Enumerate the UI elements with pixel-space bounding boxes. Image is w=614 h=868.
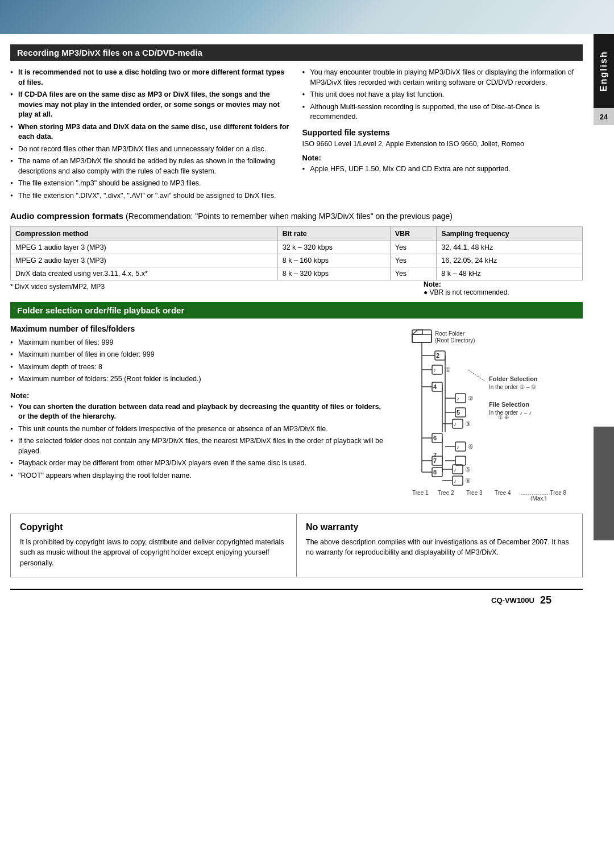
svg-text:Tree 4: Tree 4 — [495, 490, 511, 496]
note-item: Apple HFS, UDF 1.50, Mix CD and CD Extra… — [302, 163, 583, 176]
left-bullets: It is recommended not to use a disc hold… — [10, 67, 291, 202]
note-item: Playback order may be different from oth… — [10, 457, 389, 470]
brand-label: CQ-VW100U — [491, 596, 534, 605]
table-row: MPEG 2 audio layer 3 (MP3) 8 k – 160 kbp… — [11, 254, 583, 267]
svg-text:6: 6 — [433, 435, 437, 441]
list-item: Maximum number of folders: 255 (Root fol… — [10, 373, 389, 386]
note-item: This unit counts the number of folders i… — [10, 423, 389, 436]
bullet-item: The file extension ".DIVX", ".divx", ".A… — [10, 190, 291, 202]
note-item: You can shorten the duration between dat… — [10, 401, 389, 423]
list-item: Maximum number of files: 999 — [10, 337, 389, 349]
audio-compression-title: Audio compression formats (Recommendatio… — [10, 210, 583, 223]
language-tab: English — [594, 34, 614, 108]
fs-note: Note: Apple HFS, UDF 1.50, Mix CD and CD… — [302, 154, 583, 176]
copyright-section: Copyright It is prohibited by copyright … — [11, 514, 297, 577]
compression-table: Compression method Bit rate VBR Sampling… — [10, 226, 583, 280]
svg-text:♪: ♪ — [433, 367, 436, 373]
bullet-item: The file extension ".mp3" should be assi… — [10, 177, 291, 190]
svg-text:In the order  ①  –  ⑧: In the order ① – ⑧ — [489, 384, 536, 390]
recording-header: Recording MP3/DivX files on a CD/DVD-med… — [10, 44, 583, 61]
svg-text:①: ① — [445, 366, 451, 373]
svg-text:7: 7 — [433, 457, 437, 464]
footer-page-number: 25 — [540, 594, 551, 606]
svg-text:♪: ♪ — [457, 444, 459, 450]
tree-diagram-svg: Root Folder (Root Directory) 2 ♪ ① — [401, 324, 577, 501]
table-footnotes: * DivX video system/MP2, MP3 Note: ● VBR… — [10, 280, 583, 296]
col-header-sampling: Sampling frequency — [437, 226, 583, 241]
svg-text:(Max.): (Max.) — [530, 495, 546, 501]
no-warranty-section: No warranty The above description compli… — [297, 514, 582, 577]
svg-text:♪: ♪ — [454, 466, 457, 473]
svg-rect-38 — [455, 456, 466, 465]
table-row: MPEG 1 audio layer 3 (MP3) 32 k – 320 kb… — [11, 241, 583, 254]
max-files: Maximum number of files/folders Maximum … — [10, 324, 389, 386]
supported-fs: Supported file systems ISO 9660 Level 1/… — [302, 128, 583, 150]
svg-line-56 — [468, 370, 485, 381]
svg-text:③: ③ — [465, 420, 471, 427]
table-footnote-left: * DivX video system/MP2, MP3 — [10, 283, 105, 291]
svg-text:4: 4 — [433, 383, 437, 390]
recording-bullets: It is recommended not to use a disc hold… — [10, 67, 583, 202]
footer: CQ-VW100U 25 — [10, 589, 583, 611]
col-header-vbr: VBR — [390, 226, 437, 241]
page-number-box: 24 — [594, 108, 614, 125]
folder-content: Maximum number of files/folders Maximum … — [10, 324, 583, 502]
svg-text:♪: ♪ — [457, 395, 459, 402]
bullet-item: If CD-DA files are on the same disc as M… — [10, 89, 291, 121]
tree-diagram: Root Folder (Root Directory) 2 ♪ ① — [401, 324, 583, 502]
svg-text:④: ④ — [468, 443, 474, 450]
bullet-item: The name of an MP3/DivX file should be a… — [10, 155, 291, 177]
note-item: If the selected folder does not contain … — [10, 435, 389, 457]
folder-note: Note: You can shorten the duration betwe… — [10, 391, 389, 482]
svg-text:Root Folder: Root Folder — [435, 330, 465, 337]
list-item: Maximum number of files in one folder: 9… — [10, 349, 389, 361]
bullet-item: Although Multi-session recording is supp… — [302, 101, 583, 123]
svg-text:File Selection: File Selection — [489, 401, 529, 408]
svg-marker-2 — [412, 330, 422, 334]
bullet-item: When storing MP3 data and DivX data on t… — [10, 121, 291, 143]
bullet-item: It is recommended not to use a disc hold… — [10, 67, 291, 89]
folder-section-header: Folder selection order/file playback ord… — [10, 302, 583, 319]
svg-text:5: 5 — [457, 409, 460, 416]
right-sidebar-dark — [594, 427, 614, 540]
svg-text:8: 8 — [433, 469, 437, 476]
audio-compression-section: Audio compression formats (Recommendatio… — [10, 210, 583, 296]
col-header-compression: Compression method — [11, 226, 278, 241]
svg-text:Folder Selection: Folder Selection — [489, 375, 538, 382]
svg-text:②: ② — [468, 395, 474, 402]
svg-text:⑥: ⑥ — [465, 477, 471, 484]
svg-text:Tree 1: Tree 1 — [412, 490, 429, 496]
bottom-section: Copyright It is prohibited by copyright … — [10, 514, 583, 577]
folder-left-col: Maximum number of files/folders Maximum … — [10, 324, 389, 502]
svg-text:In the order  ♪  –  ♪: In the order ♪ – ♪ — [489, 410, 532, 416]
svg-text:♪: ♪ — [454, 421, 457, 427]
bullet-item: You may encounter trouble in playing MP3… — [302, 67, 583, 89]
list-item: Maximum depth of trees: 8 — [10, 361, 389, 374]
note-item: "ROOT" appears when displaying the root … — [10, 470, 389, 482]
svg-text:(Root Directory): (Root Directory) — [435, 337, 475, 344]
svg-text:♪: ♪ — [454, 478, 457, 484]
table-footnote-right: Note: ● VBR is not recommended. — [424, 280, 583, 296]
right-content: You may encounter trouble in playing MP3… — [302, 67, 583, 202]
table-row: DivX data created using ver.3.11, 4.x, 5… — [11, 267, 583, 280]
svg-text:2: 2 — [436, 352, 439, 359]
bullet-item: Do not record files other than MP3/DivX … — [10, 143, 291, 156]
svg-text:Tree 3: Tree 3 — [466, 490, 483, 496]
svg-text:①          ⑥: ① ⑥ — [498, 415, 509, 420]
header-image — [0, 0, 614, 34]
svg-rect-1 — [412, 334, 432, 342]
bullet-item: This unit does not have a play list func… — [302, 89, 583, 101]
svg-text:Tree 2: Tree 2 — [438, 490, 454, 496]
svg-text:⑤: ⑤ — [465, 466, 471, 473]
col-header-bitrate: Bit rate — [277, 226, 390, 241]
